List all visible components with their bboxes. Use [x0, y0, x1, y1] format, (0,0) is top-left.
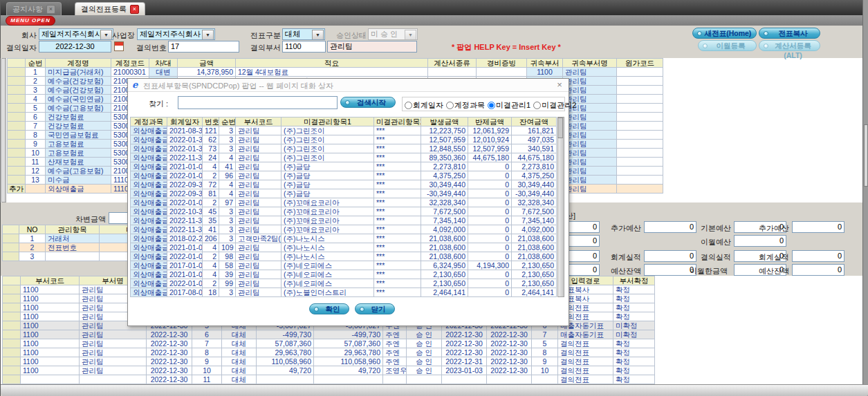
- table-row[interactable]: 외상매출금2022-11-30413관리팀(주)꼬매요코리아***4,092,0…: [131, 225, 557, 234]
- copy-slip-button[interactable]: 전표복사: [759, 28, 820, 39]
- cell: 2022-10-31: [167, 207, 203, 216]
- table-row[interactable]: 외상매출금2021-01-00439관리팀(주)네오피에스***2,130,65…: [131, 270, 557, 279]
- close-icon[interactable]: ×: [555, 80, 564, 90]
- cell: [442, 375, 487, 384]
- table-row[interactable]: 외상매출금2022-01-00298관리팀(주)나노시스***21,038,60…: [131, 252, 557, 261]
- table-row[interactable]: 외상매출금2022-11-30353관리팀(주)꼬매요코리아***7,345,1…: [131, 216, 557, 225]
- main-grid-scrollbar[interactable]: [1, 58, 6, 202]
- find-input[interactable]: [178, 96, 338, 109]
- tab-notice[interactable]: 공지사항×: [6, 2, 62, 16]
- budget-value-field[interactable]: 0: [792, 264, 844, 276]
- cell: 44,675,180: [468, 153, 512, 162]
- table-row[interactable]: 외상매출금2022-10-31453관리팀(주)꼬매요코리아***7,672,5…: [131, 207, 557, 216]
- slip-no-input[interactable]: 17: [168, 41, 239, 53]
- company-select[interactable]: 제일저지주식회사 ▼: [39, 28, 113, 40]
- budget-value-field[interactable]: 0: [644, 221, 696, 233]
- budget-value-field[interactable]: 0: [734, 235, 786, 247]
- radio-1[interactable]: 회계일자: [405, 101, 443, 109]
- cell: 0: [468, 198, 512, 207]
- table-row[interactable]: 외상매출금2022-01-00299관리팀(주)네오피에스***2,130,65…: [131, 279, 557, 288]
- cell: 9: [26, 140, 46, 149]
- tab-close-icon[interactable]: ×: [46, 5, 55, 14]
- cell: 11: [192, 375, 222, 384]
- slip-date-input[interactable]: 2022-12-30: [39, 41, 111, 53]
- search-start-button[interactable]: 검색시작: [340, 97, 396, 108]
- menu-band: [1, 15, 868, 26]
- cancel-button[interactable]: 닫기: [355, 303, 395, 314]
- cell: ***: [374, 234, 421, 243]
- radio-icon[interactable]: [405, 102, 412, 109]
- cell: 0: [468, 279, 512, 288]
- popup-scrollbar[interactable]: [557, 117, 564, 297]
- cell: ***: [374, 144, 421, 153]
- budget-label: 추가예산: [752, 223, 789, 234]
- table-row[interactable]: 외상매출금2017-08-01183관리팀(주)노블인더스트리***2,464,…: [131, 288, 557, 297]
- popup-title-bar[interactable]: e 전표세부항목(SPNDCDPop) 팝업 -- 웹 페이지 대화 상자 ×: [128, 79, 569, 92]
- table-row[interactable]: 외상매출금2022-01-31733관리팀(주)그린조이***12,848,55…: [131, 144, 557, 153]
- table-row[interactable]: 외상매출금2022-11-30244관리팀(주)그린조이***89,350,36…: [131, 153, 557, 162]
- tab-close-icon[interactable]: ×: [130, 5, 139, 14]
- table-row[interactable]: 외상매출금2022-01-00296관리팀(주)금당***4,375,25004…: [131, 171, 557, 180]
- chevron-down-icon[interactable]: ▼: [202, 30, 214, 40]
- cell: ***: [374, 135, 421, 144]
- radio-icon[interactable]: [533, 102, 541, 109]
- budget-label: 이월한금액: [690, 266, 727, 276]
- cell: 12,507,959: [468, 144, 512, 153]
- site-select[interactable]: 제일저지주식회사 ▼: [137, 28, 215, 40]
- radio-icon[interactable]: [488, 102, 495, 109]
- cell: 예수금(건강보험): [46, 86, 111, 95]
- cell: [3, 366, 21, 375]
- table-row[interactable]: 외상매출금2021-01-004109관리팀(주)나노시스***21,038,6…: [131, 243, 557, 252]
- slip-type-select[interactable]: 대체 ▼: [282, 28, 325, 40]
- budget-value-field[interactable]: 0: [792, 221, 844, 233]
- cell: 외상매출금: [46, 185, 111, 194]
- table-row[interactable]: 외상매출금2021-01-00441관리팀(주)금당***2,273,81002…: [131, 162, 557, 171]
- radio-3[interactable]: 미결관리1: [488, 101, 530, 109]
- budget-value-field[interactable]: 0: [792, 250, 844, 262]
- table-row[interactable]: 1100관리팀2022-12-308대체29,963,78029,963,780…: [3, 348, 655, 357]
- table-row[interactable]: 1100관리팀2022-12-309대체110,058,960110,058,9…: [3, 357, 655, 366]
- calendar-icon[interactable]: [114, 41, 124, 51]
- menu-open-button[interactable]: MENU OPEN: [6, 16, 55, 26]
- window-scrollbar-thumb[interactable]: [864, 124, 868, 187]
- table-row[interactable]: 외상매출금2022-09-30814관리팀(주)금당***-30,349,440…: [131, 189, 557, 198]
- cell: 5: [532, 339, 558, 348]
- table-row[interactable]: 외상매출금2022-01-31623관리팀(주)그린조이***12,507,95…: [131, 135, 557, 144]
- slip-type-label: 전표구분: [250, 30, 281, 41]
- cell: 21,038,600: [512, 243, 557, 252]
- table-row[interactable]: 2022-12-3011대체결의전표확정: [3, 375, 655, 384]
- table-row[interactable]: 외상매출금2017-01-00458관리팀(주)네오피에스***6,324,95…: [131, 261, 557, 270]
- table-row[interactable]: 외상매출금2021-08-311213관리팀(주)그린조이***12,223,7…: [131, 126, 557, 135]
- cell: 29,963,780: [314, 348, 383, 357]
- radio-2[interactable]: 계정과목: [446, 101, 485, 109]
- radio-4[interactable]: 미결관리2: [533, 101, 576, 109]
- cell: 외상매출금: [131, 162, 167, 171]
- cell: 고객만족2팀(J2: [236, 234, 281, 243]
- cell: 외상매출금: [131, 225, 167, 234]
- cell: [3, 312, 21, 321]
- table-row[interactable]: 1미지급금(거래처)21000301대변14,378,95012월 4대보험료1…: [8, 68, 663, 77]
- cell: 7: [532, 330, 558, 339]
- table-row[interactable]: 1100관리팀2022-12-3010대체49,72049,720조영우승 인2…: [3, 366, 655, 375]
- chevron-down-icon[interactable]: ▼: [312, 30, 324, 40]
- table-row[interactable]: 1100관리팀2022-12-307대체57,087,36057,087,360…: [3, 339, 655, 348]
- budget-value-field[interactable]: 0: [644, 250, 696, 262]
- cell: ***: [374, 243, 421, 252]
- popup-scrollbar-thumb[interactable]: [557, 117, 563, 138]
- cell: 산재보험료: [46, 158, 111, 167]
- site-value: 제일저지주식회사: [140, 30, 201, 38]
- new-slip-button[interactable]: 새전표(Home): [692, 28, 757, 39]
- confirm-button[interactable]: 확인: [309, 303, 349, 314]
- cell: 외상매출금: [131, 216, 167, 225]
- table-row[interactable]: 외상매출금2022-01-00297관리팀(주)꼬매요코리아***32,328,…: [131, 198, 557, 207]
- cell: 0: [468, 288, 512, 297]
- radio-icon[interactable]: [446, 102, 454, 109]
- cell: 결의전표: [558, 357, 613, 366]
- budget-value-field[interactable]: 0: [644, 264, 696, 276]
- tab-slip-register[interactable]: 결의전표등록×: [75, 2, 145, 16]
- table-row[interactable]: 외상매출금2022-09-30724관리팀(주)금당***30,349,4400…: [131, 180, 557, 189]
- table-row[interactable]: 외상매출금2018-02-282063고객만족2팀(J2(주)나노시스***21…: [131, 234, 557, 243]
- table-row[interactable]: 1100관리팀2022-12-306대체-499,730-499,730주엔승 …: [3, 330, 655, 339]
- cell: 관리팀: [563, 176, 617, 185]
- slip-dept-code-input[interactable]: 1100: [282, 41, 326, 53]
